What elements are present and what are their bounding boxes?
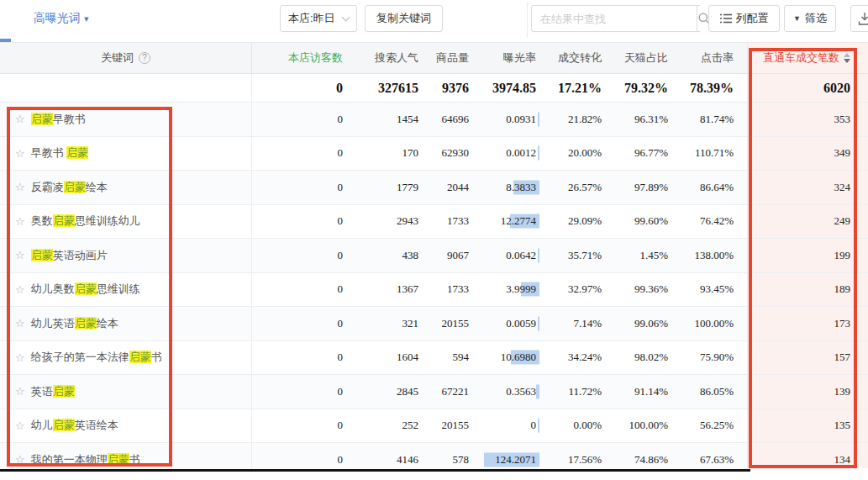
tmall-share-cell: 96.31% (603, 103, 670, 136)
copy-keywords-button[interactable]: 复制关键词 (365, 5, 443, 32)
exposure-rate-cell: 0.0012 (471, 137, 538, 171)
tmall-share-cell: 100.00% (603, 409, 670, 443)
chevron-down-icon: ▾ (84, 13, 89, 24)
help-icon[interactable]: ? (139, 52, 150, 64)
ctr-cell: 93.45% (670, 273, 748, 307)
ctr-cell: 75.90% (670, 341, 748, 375)
search-popularity-cell: 1604 (346, 341, 420, 375)
exposure-rate-cell: 0 (471, 409, 538, 443)
tmall-share-cell: 99.60% (603, 205, 670, 239)
column-header-ctr: 点击率 (670, 43, 748, 73)
search-popularity-cell: 438 (346, 239, 420, 272)
exposure-rate-cell: 8.3833 (471, 171, 538, 204)
ctr-cell: 56.25% (670, 409, 748, 443)
exposure-rate-cell: 10.6980 (471, 341, 538, 375)
download-button[interactable] (850, 5, 868, 32)
exposure-data-bar (538, 146, 539, 161)
visitors-cell: 0 (252, 171, 346, 204)
totals-exposure-rate: 3974.85 (471, 74, 538, 102)
column-header-tmall-share: 天猫占比 (603, 43, 670, 73)
tmall-share-cell: 99.06% (603, 307, 670, 340)
ctr-cell: 76.42% (670, 205, 748, 239)
search-popularity-cell: 1779 (346, 171, 420, 204)
product-count-cell: 20155 (420, 307, 471, 340)
search-popularity-cell: 1367 (346, 273, 420, 307)
product-count-cell: 64696 (420, 103, 471, 136)
product-count-cell: 594 (420, 341, 471, 375)
product-count-cell: 9067 (420, 239, 471, 272)
product-count-cell: 20155 (420, 409, 471, 443)
conversion-cell: 21.82% (538, 103, 603, 136)
conversion-cell: 32.97% (538, 273, 603, 307)
search-popularity-cell: 2943 (346, 205, 420, 239)
visitors-cell: 0 (252, 137, 346, 171)
search-box (531, 5, 702, 32)
exposure-rate-cell: 12.2774 (471, 205, 538, 239)
totals-search-popularity: 327615 (346, 74, 420, 102)
visitors-cell: 0 (252, 375, 346, 409)
visitors-cell: 0 (252, 341, 346, 375)
ctr-cell: 100.00% (670, 307, 748, 340)
product-count-cell: 67221 (420, 375, 471, 409)
visitors-cell: 0 (252, 103, 346, 136)
bottom-mask (0, 472, 868, 480)
download-icon (858, 12, 868, 26)
search-popularity-cell: 321 (346, 307, 420, 340)
bottom-crop-line (0, 469, 750, 472)
ctr-cell: 138.00% (670, 239, 748, 272)
tmall-share-cell: 97.89% (603, 171, 670, 204)
conversion-cell: 0.00% (538, 409, 603, 443)
ctr-cell: 81.74% (670, 103, 748, 136)
exposure-rate-cell: 0.0059 (471, 307, 538, 340)
column-header-product-count: 商品量 (420, 43, 471, 73)
search-popularity-cell: 170 (346, 137, 420, 171)
visitors-cell: 0 (252, 205, 346, 239)
annotation-box-keywords (7, 107, 172, 467)
tmall-share-cell: 98.02% (603, 341, 670, 375)
totals-ctr: 78.39% (670, 74, 748, 102)
search-popularity-cell: 2845 (346, 375, 420, 409)
chevron-down-icon (342, 13, 350, 21)
table-header-row: 关键词 ? 本店访客数 搜索人气 商品量 曝光率 成交转化 天猫占比 点击率 直… (0, 42, 868, 74)
exposure-rate-cell: 0.0931 (471, 103, 538, 136)
exposure-data-bar (538, 419, 539, 433)
totals-visitors: 0 (252, 74, 346, 102)
exposure-data-bar (538, 248, 539, 262)
exposure-data-bar (538, 316, 539, 330)
scope-select[interactable]: 本店:昨日 (280, 5, 357, 32)
totals-product-count: 9376 (420, 74, 471, 102)
ctr-cell: 110.71% (670, 137, 748, 171)
conversion-cell: 11.72% (538, 375, 603, 409)
exposure-rate-cell: 3.9999 (471, 273, 538, 307)
tmall-share-cell: 1.45% (603, 239, 670, 272)
product-count-cell: 2044 (420, 171, 471, 204)
tmall-share-cell: 91.14% (603, 375, 670, 409)
exposure-data-bar (536, 384, 539, 398)
conversion-cell: 29.09% (538, 205, 603, 239)
column-header-search-popularity: 搜索人气 (346, 43, 420, 73)
product-count-cell: 62930 (420, 137, 471, 171)
toolbar: 高曝光词▾ 本店:昨日 复制关键词 列配置 ▼ 筛选 (0, 0, 868, 42)
column-config-button[interactable]: 列配置 (708, 5, 780, 32)
search-popularity-cell: 252 (346, 409, 420, 443)
visitors-cell: 0 (252, 307, 346, 340)
search-popularity-cell: 1454 (346, 103, 420, 136)
exposure-rate-cell: 0.3563 (471, 375, 538, 409)
filter-button[interactable]: ▼ 筛选 (784, 5, 836, 32)
exposure-rate-cell: 0.0642 (471, 239, 538, 272)
exposure-data-bar (538, 112, 539, 126)
totals-tmall-share: 79.32% (603, 74, 670, 102)
conversion-cell: 34.24% (538, 341, 603, 375)
product-count-cell: 1733 (420, 273, 471, 307)
product-count-cell: 1733 (420, 205, 471, 239)
view-switch-dropdown[interactable]: 高曝光词▾ (34, 11, 89, 26)
conversion-cell: 20.00% (538, 137, 603, 171)
column-header-conversion: 成交转化 (538, 43, 603, 73)
conversion-cell: 7.14% (538, 307, 603, 340)
annotation-box-paid-column (749, 48, 857, 468)
search-input[interactable] (532, 6, 697, 31)
conversion-cell: 35.71% (538, 239, 603, 272)
ctr-cell: 86.05% (670, 375, 748, 409)
visitors-cell: 0 (252, 409, 346, 443)
column-header-keyword: 关键词 ? (0, 43, 252, 73)
